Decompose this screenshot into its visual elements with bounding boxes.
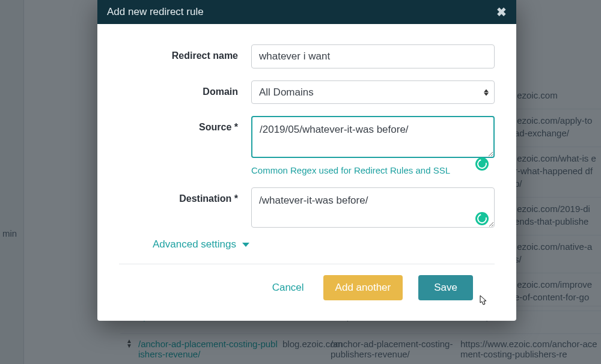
add-another-button[interactable]: Add another: [323, 275, 403, 300]
destination-input[interactable]: [251, 187, 495, 228]
regex-help-link[interactable]: Common Regex used for Redirect Rules and…: [251, 165, 495, 175]
modal-body: Redirect name Domain All Domains Source …: [97, 24, 516, 321]
advanced-settings-toggle[interactable]: Advanced settings: [153, 238, 249, 250]
label-domain: Domain: [119, 80, 251, 97]
redirect-modal: Add new redirect rule ✖ Redirect name Do…: [97, 0, 516, 321]
modal-title: Add new redirect rule: [107, 6, 204, 18]
field-domain: Domain All Domains: [119, 80, 495, 104]
redirect-name-input[interactable]: [251, 44, 495, 68]
advanced-section: Advanced settings: [119, 236, 495, 259]
chevron-down-icon: [242, 243, 249, 247]
modal-header: Add new redirect rule ✖: [97, 0, 516, 24]
domain-select[interactable]: All Domains: [251, 80, 495, 104]
save-button[interactable]: Save: [418, 275, 473, 300]
close-icon[interactable]: ✖: [496, 6, 507, 18]
label-redirect-name: Redirect name: [119, 44, 251, 61]
cancel-button[interactable]: Cancel: [269, 275, 308, 300]
source-input[interactable]: [251, 116, 495, 158]
label-destination: Destination *: [119, 187, 251, 204]
field-destination: Destination *: [119, 187, 495, 231]
field-redirect-name: Redirect name: [119, 44, 495, 68]
advanced-label: Advanced settings: [153, 238, 236, 250]
label-source: Source *: [119, 116, 251, 133]
modal-footer: Cancel Add another Save: [119, 264, 495, 315]
field-source: Source * Common Regex used for Redirect …: [119, 116, 495, 175]
